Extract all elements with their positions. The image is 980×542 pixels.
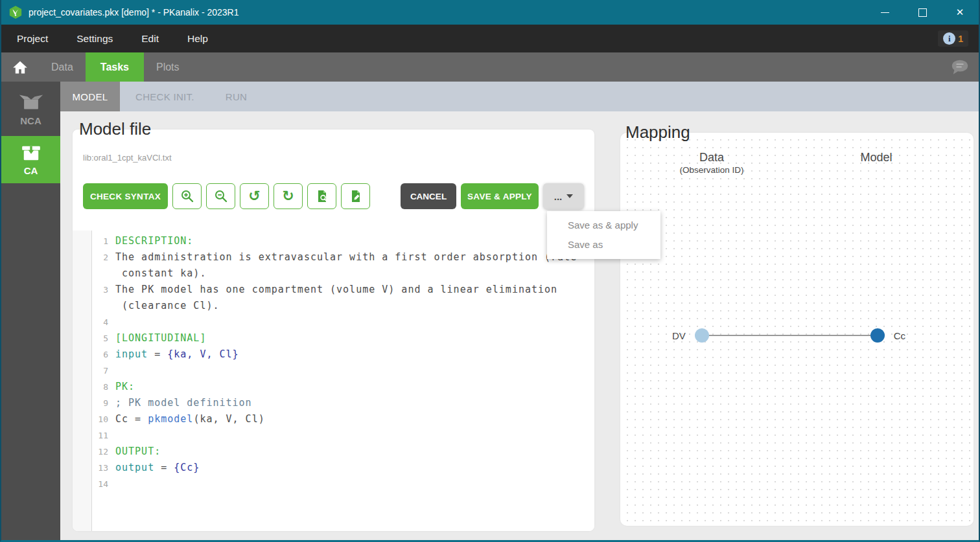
code-segment: = xyxy=(148,348,167,360)
sidebar-item-ca[interactable]: CA xyxy=(1,136,60,183)
mapping-model-header: Model xyxy=(824,151,928,164)
menu-item-settings[interactable]: Settings xyxy=(62,25,127,52)
line-code: The administration is extravascular with… xyxy=(111,249,577,265)
line-code: DESCRIPTION: xyxy=(111,233,193,249)
code-segment: DESCRIPTION: xyxy=(115,235,193,247)
cancel-button[interactable]: CANCEL xyxy=(401,183,456,209)
tab-plots[interactable]: Plots xyxy=(144,52,192,82)
preview-file-button[interactable] xyxy=(307,183,336,209)
redo-button[interactable]: ↻ xyxy=(274,183,303,209)
menu-items: ProjectSettingsEditHelp xyxy=(1,25,222,52)
subtab-model[interactable]: MODEL xyxy=(60,82,120,111)
code-segment: constant ka). xyxy=(115,267,206,279)
subtabbar: MODELCHECK INIT.RUN xyxy=(60,82,979,111)
tab-data[interactable]: Data xyxy=(39,52,86,82)
more-options-label: ... xyxy=(554,191,563,202)
line-code: [LONGITUDINAL] xyxy=(111,330,206,346)
line-number: 7 xyxy=(92,363,111,379)
menu-item-help[interactable]: Help xyxy=(173,25,222,52)
zoom-in-icon xyxy=(180,189,194,203)
line-code xyxy=(111,314,115,330)
editor-line: 7 xyxy=(112,363,594,379)
code-segment: {ka, V, Cl} xyxy=(167,348,239,360)
subtab-run[interactable]: RUN xyxy=(210,82,262,111)
editor-line: 14 xyxy=(112,476,594,492)
model-file-panel: Model file lib:oral1_1cpt_kaVCl.txt CHEC… xyxy=(73,130,594,531)
undo-button[interactable]: ↺ xyxy=(240,183,269,209)
maximize-button[interactable] xyxy=(904,0,941,25)
line-code: constant ka). xyxy=(111,265,206,282)
mapping-title: Mapping xyxy=(625,122,690,142)
menu-item-edit[interactable]: Edit xyxy=(127,25,173,52)
mapping-data-label: DV xyxy=(672,330,686,341)
code-segment: PK: xyxy=(115,381,135,392)
line-number: 12 xyxy=(92,444,111,460)
line-number: 5 xyxy=(92,330,111,346)
line-number: 14 xyxy=(92,476,111,492)
code-segment: Cc = xyxy=(115,413,148,425)
line-code: OUTPUT: xyxy=(111,444,161,460)
content-area: Model file lib:oral1_1cpt_kaVCl.txt CHEC… xyxy=(60,111,979,540)
code-segment: pkmodel xyxy=(148,413,193,425)
chevron-down-icon xyxy=(566,194,573,198)
code-editor[interactable]: 1DESCRIPTION:2The administration is extr… xyxy=(73,231,594,531)
line-number: 3 xyxy=(92,282,111,298)
mapping-data-header: Data (Observation ID) xyxy=(657,151,767,175)
minimize-button[interactable] xyxy=(866,0,904,25)
info-icon: i xyxy=(943,32,955,45)
edit-file-icon xyxy=(349,189,363,203)
code-segment: The PK model has one compartment (volume… xyxy=(115,284,557,295)
window-controls: ✕ xyxy=(866,0,979,25)
sidebar: NCA CA xyxy=(1,82,60,540)
dropdown-item-save-as[interactable]: Save as xyxy=(547,235,660,254)
sidebar-item-nca[interactable]: NCA xyxy=(1,82,60,136)
line-code xyxy=(111,476,115,492)
line-code: output = {Cc} xyxy=(111,460,200,476)
editor-line: 12OUTPUT: xyxy=(112,444,594,460)
line-number: 4 xyxy=(92,314,111,330)
save-apply-button[interactable]: SAVE & APPLY xyxy=(461,183,539,209)
mapping-connector-line xyxy=(709,335,870,336)
editor-line: 4 xyxy=(112,314,594,330)
save-options-dropdown: Save as & applySave as xyxy=(547,211,660,259)
line-code: Cc = pkmodel(ka, V, Cl) xyxy=(111,411,265,427)
open-box-icon xyxy=(18,92,44,112)
editor-line: 10Cc = pkmodel(ka, V, Cl) xyxy=(112,411,594,427)
window-title: project_covariates.pkx [demo] * - PKanal… xyxy=(29,7,866,17)
line-number: 2 xyxy=(92,249,111,265)
line-number: 1 xyxy=(92,233,111,249)
redo-icon: ↻ xyxy=(282,189,294,203)
close-button[interactable]: ✕ xyxy=(941,0,979,25)
edit-file-button[interactable] xyxy=(341,183,370,209)
zoom-out-button[interactable] xyxy=(206,183,235,209)
sidebar-item-label: CA xyxy=(24,165,38,176)
line-number: 6 xyxy=(92,346,111,363)
tab-tasks[interactable]: Tasks xyxy=(86,52,144,82)
mapping-model-label: Cc xyxy=(894,330,905,341)
subtab-check-init[interactable]: CHECK INIT. xyxy=(120,82,210,111)
line-code xyxy=(111,427,115,444)
zoom-in-button[interactable] xyxy=(172,183,202,209)
more-options-button[interactable]: ... xyxy=(543,183,584,209)
sidebar-item-label: NCA xyxy=(20,115,41,126)
editor-line: 6input = {ka, V, Cl} xyxy=(112,346,594,363)
editor-line: 2The administration is extravascular wit… xyxy=(112,249,594,265)
model-toolbar: CHECK SYNTAX xyxy=(83,183,584,209)
mapping-model-node[interactable] xyxy=(870,328,885,343)
line-number xyxy=(92,298,111,314)
editor-code-area[interactable]: 1DESCRIPTION:2The administration is extr… xyxy=(92,231,594,531)
chat-button[interactable] xyxy=(941,52,979,82)
menubar: ProjectSettingsEditHelp i 1 xyxy=(1,25,979,52)
code-segment: (clearance Cl). xyxy=(115,300,220,311)
line-number: 13 xyxy=(92,460,111,476)
notification-badge[interactable]: i 1 xyxy=(938,30,968,47)
mapping-row: DV Cc xyxy=(672,324,905,346)
mapping-data-node[interactable] xyxy=(695,328,709,343)
check-syntax-button[interactable]: CHECK SYNTAX xyxy=(83,183,168,209)
home-button[interactable] xyxy=(1,52,39,82)
menu-item-project[interactable]: Project xyxy=(1,25,62,52)
undo-icon: ↺ xyxy=(248,189,260,203)
editor-line: 9; PK model definition xyxy=(112,395,594,411)
dropdown-item-save-as-apply[interactable]: Save as & apply xyxy=(547,216,660,235)
package-box-icon xyxy=(19,144,43,162)
